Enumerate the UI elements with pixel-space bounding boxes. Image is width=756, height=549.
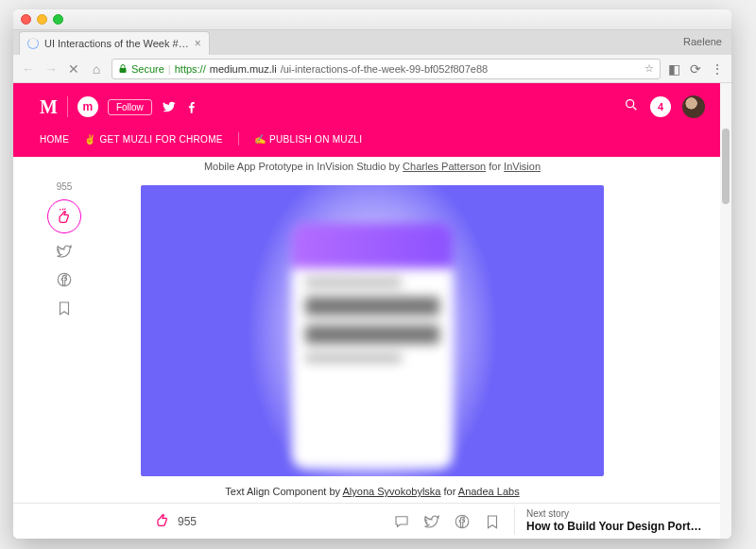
browser-tab[interactable]: UI Interactions of the Week #… × [19,31,210,55]
rail-twitter-icon[interactable] [54,241,75,262]
extension-icon-1[interactable]: ◧ [668,61,680,77]
follow-button[interactable]: Follow [108,99,152,115]
twitter-icon[interactable] [162,99,177,114]
chrome-menu-icon[interactable]: ⋮ [711,61,724,77]
prev-company-link[interactable]: InVision [504,161,541,172]
comment-icon[interactable] [393,513,410,530]
bookmark-star-icon[interactable]: ☆ [644,62,654,75]
next-story-label: Next story [526,507,703,520]
nav-publish[interactable]: ✍PUBLISH ON MUZLI [254,134,362,145]
maximize-window-button[interactable] [53,14,63,25]
forward-button[interactable]: → [43,61,59,77]
rail-clap-count: 955 [57,181,73,192]
browser-toolbar: ← → ✕ ⌂ Secure | https://medium.muz.li/u… [13,55,731,83]
traffic-lights [21,14,63,25]
page-viewport: M m Follow 4 HOME ✌GET MUZLI FOR CHROME [13,83,731,539]
tab-title: UI Interactions of the Week #… [44,38,189,49]
facebook-icon[interactable] [184,99,199,114]
nav-get-muzli[interactable]: ✌GET MUZLI FOR CHROME [84,134,223,145]
header-right: 4 [624,95,705,118]
previous-image-caption: Mobile App Prototype in InVision Studio … [40,157,705,185]
user-avatar[interactable] [682,95,705,118]
browser-tabstrip: UI Interactions of the Week #… × Raelene [13,30,731,55]
bottom-clap-count: 955 [178,515,197,528]
nav-home[interactable]: HOME [40,134,69,145]
back-button[interactable]: ← [21,61,36,77]
phone-mockup [292,223,453,469]
rail-facebook-icon[interactable] [54,269,75,290]
clap-icon [55,207,74,226]
article-left-rail: 955 [47,181,81,318]
article-image [141,185,604,476]
reload-button[interactable]: ✕ [66,61,81,77]
prev-author-link[interactable]: Charles Patterson [403,161,486,172]
next-story-title: How to Build Your Design Port… [526,520,703,535]
article-bottom-bar: 955 Next story How to Build Your Design … [13,503,720,539]
extension-icons: ◧ ⟳ ⋮ [668,61,724,77]
tab-loading-icon [27,38,39,49]
extension-icon-2[interactable]: ⟳ [690,61,701,77]
notification-badge[interactable]: 4 [650,96,671,117]
header-row-nav: HOME ✌GET MUZLI FOR CHROME ✍PUBLISH ON M… [40,123,705,155]
url-scheme: https:// [175,63,206,75]
bottom-claps[interactable]: 955 [153,510,197,533]
browser-window: UI Interactions of the Week #… × Raelene… [13,9,731,539]
nav-separator [238,132,239,146]
next-story-box[interactable]: Next story How to Build Your Design Port… [514,507,703,535]
url-path: /ui-interactions-of-the-week-99-bf052f80… [281,63,489,75]
svg-rect-0 [120,68,127,73]
facebook-share-icon[interactable] [454,513,471,530]
close-window-button[interactable] [21,14,31,25]
chrome-profile-name[interactable]: Raelene [683,36,722,50]
clap-icon-small [153,510,172,533]
macos-titlebar [13,9,731,30]
secure-label: Secure [131,63,164,75]
caption-author-link[interactable]: Alyona Syvokobylska [343,486,441,497]
search-icon[interactable] [624,97,639,116]
publication-header: M m Follow 4 HOME ✌GET MUZLI FOR CHROME [13,83,731,157]
address-bar[interactable]: Secure | https://medium.muz.li/ui-intera… [112,59,661,79]
logo-separator [67,96,68,117]
svg-point-1 [627,100,634,108]
minimize-window-button[interactable] [37,14,47,25]
bookmark-share-icon[interactable] [484,513,501,530]
header-social [162,99,199,114]
header-row-top: M m Follow 4 [40,91,705,123]
bottom-share-icons [393,513,501,530]
tab-close-icon[interactable]: × [195,37,201,50]
url-host: medium.muz.li [210,63,277,75]
home-button[interactable]: ⌂ [89,61,104,77]
rail-bookmark-icon[interactable] [54,298,75,318]
clap-button[interactable] [47,199,81,233]
muzli-logo[interactable]: m [77,96,98,117]
caption-company-link[interactable]: Anadea Labs [458,486,520,497]
lock-icon [118,64,128,74]
twitter-share-icon[interactable] [423,513,440,530]
medium-logo[interactable]: M [40,96,58,118]
article-content: Mobile App Prototype in InVision Studio … [13,157,731,516]
